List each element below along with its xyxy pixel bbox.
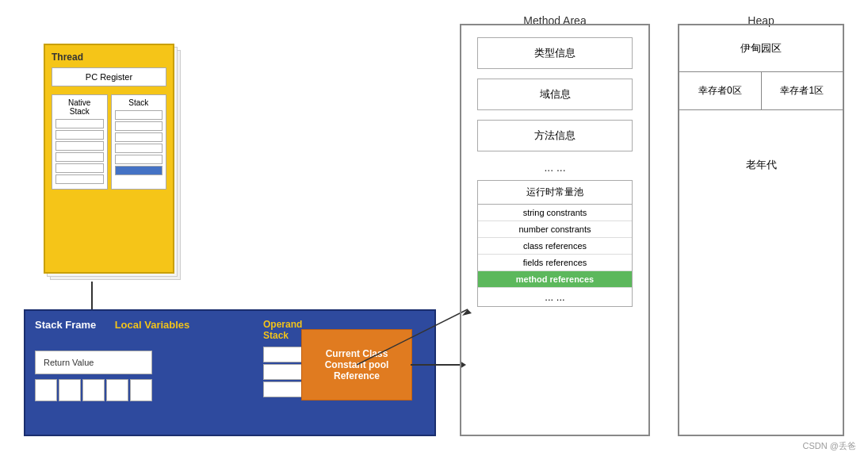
operand-title: OperandStack (263, 319, 302, 341)
native-stack-rows (55, 119, 104, 184)
pool-number-constants: number constrants (478, 221, 632, 238)
current-class-box: Current ClassConstant poolReference (301, 329, 412, 401)
thread-box: Thread PC Register NativeStack Stack (44, 44, 174, 274)
pool-class-references: class references (478, 238, 632, 255)
s-row1 (115, 110, 163, 120)
diagram: Thread PC Register NativeStack Stack (0, 0, 868, 460)
native-stack-label: NativeStack (55, 98, 104, 116)
method-area-inner: 类型信息 域信息 方法信息 ... ... 运行时常量池 string cons… (461, 25, 648, 319)
s-row5 (115, 155, 163, 164)
stack-box: Stack (111, 94, 167, 190)
stack-box-rows (115, 110, 163, 175)
current-class-label: Current ClassConstant poolReference (325, 348, 389, 381)
runtime-pool-title: 运行时常量池 (478, 181, 632, 205)
lv-cell-4 (106, 379, 128, 401)
pc-register: PC Register (52, 67, 166, 86)
stacks-row: NativeStack Stack (52, 94, 166, 190)
watermark: CSDN @丢爸 (803, 440, 856, 452)
lv-cell-5 (130, 379, 152, 401)
survivor-1: 幸存者1区 (762, 72, 843, 109)
lv-cell-1 (35, 379, 57, 401)
s-row6-blue (115, 166, 163, 175)
domain-info-box: 域信息 (477, 79, 633, 110)
s-row3 (115, 132, 163, 142)
heap-old-gen: 老年代 (679, 110, 843, 220)
ns-row3 (55, 141, 104, 151)
ma-dots-1: ... ... (477, 161, 633, 174)
type-info-box: 类型信息 (477, 37, 633, 69)
heap-eden: 伊甸园区 (679, 25, 843, 72)
survivor-0: 幸存者0区 (679, 72, 762, 109)
lv-cell-2 (59, 379, 81, 401)
ns-row4 (55, 152, 104, 162)
method-info-box: 方法信息 (477, 120, 633, 151)
runtime-pool: 运行时常量池 string constrants number constran… (477, 180, 633, 307)
pool-method-references: method references (478, 271, 632, 288)
native-stack: NativeStack (52, 94, 108, 190)
arrow-thread-to-frame (91, 282, 93, 313)
ns-row6 (55, 174, 104, 184)
pool-fields-references: fields references (478, 255, 632, 271)
return-value-box: Return Value (35, 351, 152, 374)
pool-string-constants: string constrants (478, 205, 632, 221)
lv-cells-row (35, 379, 152, 401)
heap-container: 伊甸园区 幸存者0区 幸存者1区 老年代 (678, 24, 844, 436)
ns-row2 (55, 130, 104, 140)
paper-stack: Thread PC Register NativeStack Stack (44, 44, 182, 286)
heap-survivors: 幸存者0区 幸存者1区 (679, 72, 843, 110)
ns-row1 (55, 119, 104, 128)
ns-row5 (55, 163, 104, 173)
method-area-container: 类型信息 域信息 方法信息 ... ... 运行时常量池 string cons… (460, 24, 650, 436)
s-row2 (115, 121, 163, 131)
thread-label: Thread (52, 52, 166, 63)
local-vars-title: Local Variables (115, 319, 190, 331)
sf-left-section: Return Value (35, 351, 152, 401)
s-row4 (115, 144, 163, 153)
stack-label: Stack (115, 98, 163, 107)
pool-dots: ... ... (478, 288, 632, 306)
lv-cell-3 (82, 379, 105, 401)
stack-frame-title: Stack Frame (35, 319, 96, 331)
